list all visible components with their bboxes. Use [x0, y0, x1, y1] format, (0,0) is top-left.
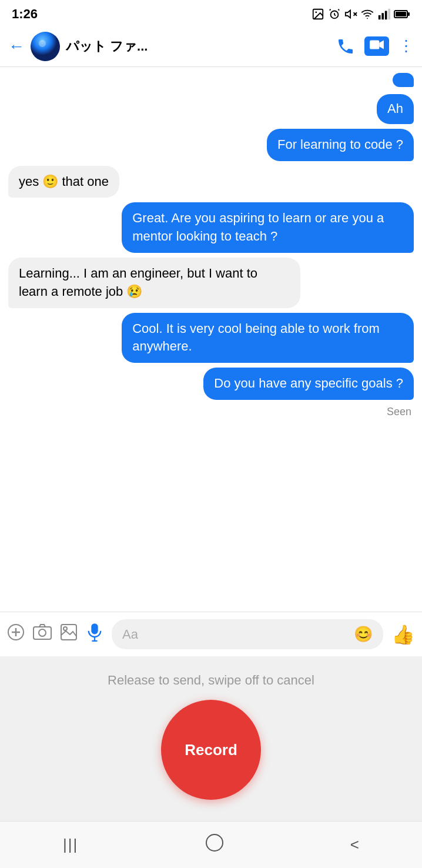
- mic-button[interactable]: [86, 623, 103, 646]
- svg-rect-29: [91, 623, 98, 634]
- camera-button[interactable]: [33, 624, 52, 645]
- alarm-icon: [328, 8, 341, 21]
- bubble-goals: Do you have any specific goals ?: [203, 368, 414, 400]
- svg-rect-16: [396, 12, 406, 16]
- header-actions: ⋮: [336, 36, 414, 56]
- svg-rect-13: [385, 11, 387, 20]
- gallery-icon: [312, 8, 324, 21]
- svg-rect-11: [379, 15, 381, 19]
- record-hint: Release to send, swipe off to cancel: [108, 673, 314, 688]
- thumbs-up-button[interactable]: 👍: [391, 623, 415, 646]
- bubble-for-learning: For learning to code ?: [267, 129, 414, 161]
- chat-area: Ah For learning to code ? yes 🙂 that one…: [0, 67, 422, 612]
- input-bar: Aa 😊 👍: [0, 612, 422, 656]
- svg-point-28: [63, 627, 67, 630]
- svg-rect-20: [370, 40, 379, 49]
- message-goals: Do you have any specific goals ?: [8, 368, 414, 400]
- svg-point-18: [31, 32, 60, 61]
- battery-icon: [394, 8, 410, 21]
- svg-rect-17: [408, 12, 410, 16]
- message-cool: Cool. It is very cool being able to work…: [8, 313, 414, 363]
- gallery-button[interactable]: [60, 623, 78, 645]
- partial-message: [8, 73, 414, 87]
- svg-point-1: [315, 11, 317, 13]
- status-bar: 1:26: [0, 0, 422, 26]
- message-ah: Ah: [8, 94, 414, 124]
- bubble-ah: Ah: [377, 94, 414, 124]
- seen-label: Seen: [8, 406, 414, 418]
- back-button[interactable]: ←: [8, 38, 25, 55]
- svg-rect-14: [388, 9, 390, 19]
- svg-rect-32: [206, 834, 223, 851]
- message-input[interactable]: Aa 😊: [112, 619, 383, 649]
- svg-line-6: [338, 9, 339, 11]
- svg-point-26: [39, 629, 46, 636]
- signal-icon: [377, 8, 390, 21]
- message-great: Great. Are you aspiring to learn or are …: [8, 202, 414, 253]
- svg-line-5: [330, 9, 331, 11]
- message-for-learning: For learning to code ?: [8, 129, 414, 161]
- bubble-cool: Cool. It is very cool being able to work…: [122, 313, 414, 363]
- nav-back-icon[interactable]: <: [350, 836, 359, 854]
- video-call-button[interactable]: [364, 36, 389, 56]
- svg-point-19: [39, 40, 46, 47]
- nav-home-icon[interactable]: [205, 833, 225, 857]
- bubble-great: Great. Are you aspiring to learn or are …: [122, 202, 414, 253]
- bottom-nav: ||| <: [0, 821, 422, 868]
- record-button[interactable]: Record: [161, 700, 261, 800]
- input-placeholder: Aa: [122, 627, 138, 642]
- svg-point-10: [367, 18, 368, 19]
- more-options-button[interactable]: ⋮: [398, 37, 414, 55]
- message-yes: yes 🙂 that one: [8, 166, 414, 198]
- record-button-label: Record: [185, 741, 237, 759]
- svg-rect-27: [61, 625, 76, 640]
- svg-rect-12: [381, 13, 384, 19]
- status-time: 1:26: [12, 6, 38, 22]
- bubble-learning: Learning... I am an engineer, but I want…: [8, 258, 300, 308]
- bubble-yes: yes 🙂 that one: [8, 166, 119, 198]
- status-icons: [312, 8, 410, 21]
- svg-marker-7: [346, 11, 350, 18]
- avatar[interactable]: [31, 32, 60, 61]
- call-button[interactable]: [336, 37, 355, 56]
- record-panel: Release to send, swipe off to cancel Rec…: [0, 656, 422, 821]
- message-learning: Learning... I am an engineer, but I want…: [8, 258, 414, 308]
- header: ← パット ファ... ⋮: [0, 26, 422, 67]
- svg-line-4: [334, 15, 336, 16]
- emoji-button[interactable]: 😊: [354, 625, 373, 643]
- nav-menu-icon[interactable]: |||: [63, 836, 78, 854]
- mute-icon: [344, 8, 357, 21]
- wifi-icon: [361, 8, 374, 21]
- add-button[interactable]: [7, 623, 25, 645]
- contact-name[interactable]: パット ファ...: [66, 38, 330, 55]
- svg-marker-21: [379, 40, 384, 49]
